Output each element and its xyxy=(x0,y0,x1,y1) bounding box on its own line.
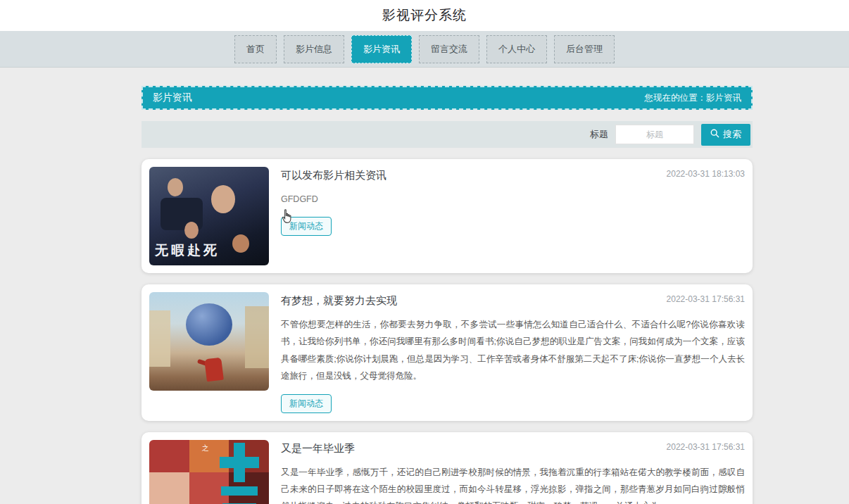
news-date: 2022-03-31 17:56:31 xyxy=(667,294,745,304)
nav-item-profile[interactable]: 个人中心 xyxy=(486,35,547,63)
poster-figure xyxy=(211,185,235,213)
hand-cursor-icon xyxy=(281,209,293,224)
magnifier-icon xyxy=(710,129,719,140)
poster-figure xyxy=(184,222,199,239)
app-title: 影视评分系统 xyxy=(382,6,467,25)
search-button[interactable]: 搜索 xyxy=(701,124,750,146)
main-nav: 首页 影片信息 影片资讯 留言交流 个人中心 后台管理 xyxy=(0,31,849,68)
poster-building xyxy=(245,306,269,368)
poster-plus-mark xyxy=(220,443,259,482)
search-input[interactable] xyxy=(615,125,694,144)
news-card-body: 有梦想，就要努力去实现 2022-03-31 17:56:31 不管你想要怎样的… xyxy=(281,292,745,413)
poster-title-text: 之 xyxy=(202,443,209,453)
news-card-body: 又是一年毕业季 2022-03-31 17:56:31 又是一年毕业季，感慨万千… xyxy=(281,440,745,504)
news-card: 有梦想，就要努力去实现 2022-03-31 17:56:31 不管你想要怎样的… xyxy=(142,284,753,421)
poster-figure xyxy=(232,234,249,253)
news-poster-tom-and-jerry xyxy=(149,292,269,391)
news-card: 之 又是一年毕业季 2022-03-31 17:56:31 又是一年毕业季，感慨… xyxy=(142,432,753,504)
news-excerpt: 又是一年毕业季，感慨万千，还记的自己刚进学校那时候的情景，我拖着沉重的行李箱站在… xyxy=(281,464,745,504)
news-poster-graduation-collage: 之 xyxy=(149,440,269,504)
poster-cat-figure xyxy=(186,303,232,346)
news-card: 无暇赴死 可以发布影片相关资讯 2022-03-31 18:13:03 GFDG… xyxy=(142,159,753,273)
news-date: 2022-03-31 18:13:03 xyxy=(667,169,745,179)
nav-item-admin[interactable]: 后台管理 xyxy=(554,35,615,63)
section-title: 影片资讯 xyxy=(153,92,192,104)
main-content: 影片资讯 您现在的位置：影片资讯 标题 搜索 无暇赴死 xyxy=(142,86,753,504)
nav-item-home[interactable]: 首页 xyxy=(234,35,277,63)
breadcrumb: 您现在的位置：影片资讯 xyxy=(645,92,742,104)
news-title[interactable]: 可以发布影片相关资讯 xyxy=(281,169,386,182)
nav-item-movie-info[interactable]: 影片信息 xyxy=(284,35,344,63)
app-header: 影视评分系统 xyxy=(0,0,849,31)
poster-mouse-figure xyxy=(204,358,224,382)
poster-figure xyxy=(168,178,183,196)
poster-title-text: 无暇赴死 xyxy=(155,241,220,260)
nav-item-message-board[interactable]: 留言交流 xyxy=(419,35,479,63)
search-field-label: 标题 xyxy=(590,128,608,141)
news-poster-no-time-to-die: 无暇赴死 xyxy=(149,167,269,265)
news-tag-button[interactable]: 新闻动态 xyxy=(281,394,332,413)
news-title[interactable]: 有梦想，就要努力去实现 xyxy=(281,294,397,308)
page: 影视评分系统 首页 影片信息 影片资讯 留言交流 个人中心 后台管理 影片资讯 … xyxy=(0,0,849,504)
news-date: 2022-03-31 17:56:31 xyxy=(667,442,745,452)
search-bar: 标题 搜索 xyxy=(142,121,753,148)
section-banner: 影片资讯 您现在的位置：影片资讯 xyxy=(142,86,753,110)
poster-bar-mark xyxy=(221,486,258,496)
poster-tile xyxy=(149,472,189,504)
search-button-label: 搜索 xyxy=(723,128,741,141)
news-title[interactable]: 又是一年毕业季 xyxy=(281,442,355,455)
news-excerpt: GFDGFD xyxy=(281,191,745,208)
poster-building xyxy=(149,310,170,367)
nav-item-movie-news[interactable]: 影片资讯 xyxy=(351,35,412,63)
news-excerpt: 不管你想要怎样的生活，你都要去努力争取，不多尝试一些事情怎么知道自己适合什么、不… xyxy=(281,316,745,385)
news-card-body: 可以发布影片相关资讯 2022-03-31 18:13:03 GFDGFD 新闻… xyxy=(281,167,745,265)
poster-tile xyxy=(149,440,189,473)
